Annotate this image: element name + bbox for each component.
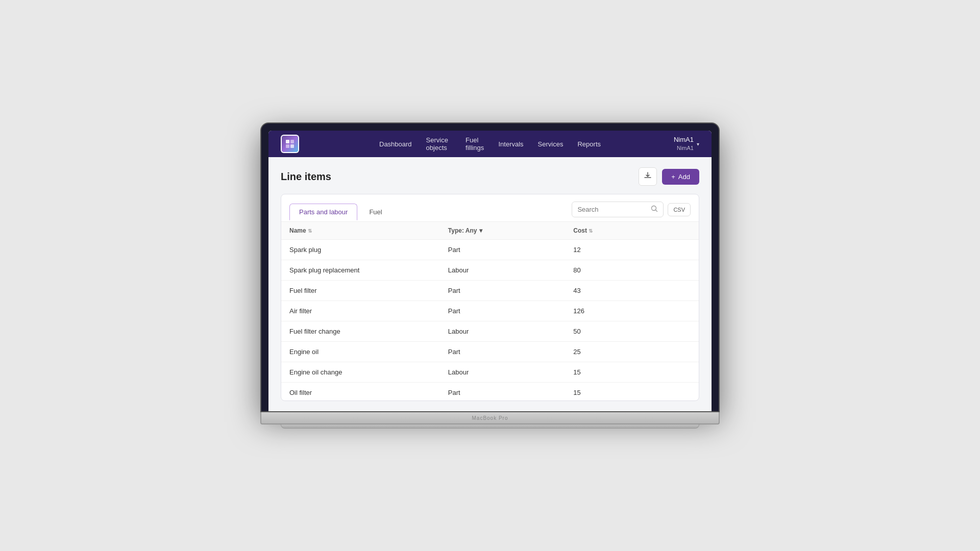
sort-icon-cost: ⇅ bbox=[589, 228, 593, 234]
cell-actions bbox=[670, 301, 699, 321]
col-header-cost-label: Cost bbox=[573, 227, 587, 234]
cell-type: Part bbox=[440, 383, 565, 401]
col-header-type[interactable]: Type: Any ▾ bbox=[440, 222, 565, 240]
nav-link-dashboard[interactable]: Dashboard bbox=[379, 140, 412, 148]
cell-actions bbox=[670, 240, 699, 260]
header-actions: + Add bbox=[639, 167, 699, 186]
cell-type: Labour bbox=[440, 362, 565, 383]
nav-link-services[interactable]: Services bbox=[538, 140, 564, 148]
cell-name: Fuel filter bbox=[281, 281, 440, 301]
cell-name: Air filter bbox=[281, 301, 440, 321]
laptop-base bbox=[260, 412, 720, 424]
logo bbox=[281, 135, 299, 153]
cell-name: Engine oil change bbox=[281, 362, 440, 383]
page-header: Line items + Add bbox=[281, 167, 699, 186]
cell-type: Part bbox=[440, 342, 565, 362]
table-scroll-container[interactable]: Name ⇅ Type: Any ▾ bbox=[281, 222, 699, 400]
logo-inner bbox=[282, 136, 298, 152]
cell-type: Part bbox=[440, 240, 565, 260]
table-row[interactable]: Air filterPart126 bbox=[281, 301, 699, 321]
svg-rect-1 bbox=[290, 140, 294, 143]
table-row[interactable]: Oil filterPart15 bbox=[281, 383, 699, 401]
col-header-name-label: Name bbox=[289, 227, 306, 234]
nav-link-reports[interactable]: Reports bbox=[577, 140, 601, 148]
tab-parts-labour[interactable]: Parts and labour bbox=[289, 204, 357, 220]
col-header-actions bbox=[670, 222, 699, 240]
page-title: Line items bbox=[281, 171, 331, 183]
cell-cost: 43 bbox=[565, 281, 670, 301]
table-header-row: Name ⇅ Type: Any ▾ bbox=[281, 222, 699, 240]
svg-rect-2 bbox=[286, 144, 289, 148]
add-button-label: Add bbox=[678, 173, 690, 181]
nav-bar: Dashboard Service objects Fuel fillings … bbox=[268, 131, 712, 157]
cell-type: Labour bbox=[440, 321, 565, 342]
type-chevron-icon: ▾ bbox=[479, 227, 482, 234]
laptop-screen: Dashboard Service objects Fuel fillings … bbox=[260, 122, 720, 412]
user-area[interactable]: NimA1 NimA1 ▾ bbox=[674, 136, 699, 152]
cell-type: Labour bbox=[440, 260, 565, 281]
user-name: NimA1 NimA1 bbox=[674, 136, 694, 152]
table-body: Spark plugPart12Spark plug replacementLa… bbox=[281, 240, 699, 401]
cell-cost: 15 bbox=[565, 383, 670, 401]
laptop-wrapper: Dashboard Service objects Fuel fillings … bbox=[260, 122, 720, 429]
col-header-name[interactable]: Name ⇅ bbox=[281, 222, 440, 240]
user-name-main: NimA1 bbox=[674, 136, 694, 144]
cell-type: Part bbox=[440, 301, 565, 321]
cell-cost: 12 bbox=[565, 240, 670, 260]
cell-name: Spark plug replacement bbox=[281, 260, 440, 281]
nav-links: Dashboard Service objects Fuel fillings … bbox=[379, 136, 601, 152]
search-input[interactable] bbox=[577, 206, 648, 213]
add-button[interactable]: + Add bbox=[662, 169, 699, 185]
cell-name: Oil filter bbox=[281, 383, 440, 401]
cell-name: Spark plug bbox=[281, 240, 440, 260]
content-area: Line items + Add bbox=[268, 157, 712, 411]
table-row[interactable]: Engine oil changeLabour15 bbox=[281, 362, 699, 383]
search-box bbox=[572, 202, 664, 217]
tabs-row: Parts and labour Fuel bbox=[281, 194, 699, 222]
cell-name: Fuel filter change bbox=[281, 321, 440, 342]
col-header-cost[interactable]: Cost ⇅ bbox=[565, 222, 670, 240]
csv-button[interactable]: CSV bbox=[668, 203, 691, 216]
cell-actions bbox=[670, 383, 699, 401]
cell-actions bbox=[670, 342, 699, 362]
col-header-type-label: Type: Any bbox=[448, 227, 477, 234]
user-name-sub: NimA1 bbox=[677, 144, 694, 152]
nav-link-intervals[interactable]: Intervals bbox=[498, 140, 523, 148]
plus-icon: + bbox=[671, 173, 675, 181]
table-row[interactable]: Spark plug replacementLabour80 bbox=[281, 260, 699, 281]
tabs-left: Parts and labour Fuel bbox=[289, 204, 392, 220]
tabs-right: CSV bbox=[572, 202, 691, 221]
table-row[interactable]: Fuel filter changeLabour50 bbox=[281, 321, 699, 342]
cell-actions bbox=[670, 321, 699, 342]
cell-cost: 50 bbox=[565, 321, 670, 342]
table-row[interactable]: Spark plugPart12 bbox=[281, 240, 699, 260]
table-container: Parts and labour Fuel bbox=[281, 194, 699, 401]
svg-rect-3 bbox=[290, 144, 294, 148]
cell-cost: 126 bbox=[565, 301, 670, 321]
table-row[interactable]: Engine oilPart25 bbox=[281, 342, 699, 362]
data-table: Name ⇅ Type: Any ▾ bbox=[281, 222, 699, 400]
logo-area bbox=[281, 135, 299, 153]
download-icon bbox=[644, 171, 652, 182]
cell-cost: 15 bbox=[565, 362, 670, 383]
svg-rect-0 bbox=[286, 140, 289, 143]
cell-actions bbox=[670, 281, 699, 301]
download-button[interactable] bbox=[639, 167, 657, 186]
cell-cost: 25 bbox=[565, 342, 670, 362]
nav-link-fuel-fillings[interactable]: Fuel fillings bbox=[465, 136, 484, 152]
cell-type: Part bbox=[440, 281, 565, 301]
nav-link-service-objects[interactable]: Service objects bbox=[426, 136, 451, 152]
search-icon bbox=[651, 205, 658, 214]
type-filter[interactable]: Type: Any ▾ bbox=[448, 227, 557, 234]
tab-fuel[interactable]: Fuel bbox=[359, 204, 391, 220]
cell-cost: 80 bbox=[565, 260, 670, 281]
cell-actions bbox=[670, 260, 699, 281]
sort-icon-name: ⇅ bbox=[308, 228, 312, 234]
screen-inner: Dashboard Service objects Fuel fillings … bbox=[268, 131, 712, 411]
chevron-down-icon: ▾ bbox=[697, 141, 699, 147]
cell-name: Engine oil bbox=[281, 342, 440, 362]
cell-actions bbox=[670, 362, 699, 383]
table-row[interactable]: Fuel filterPart43 bbox=[281, 281, 699, 301]
laptop-foot bbox=[281, 424, 699, 429]
